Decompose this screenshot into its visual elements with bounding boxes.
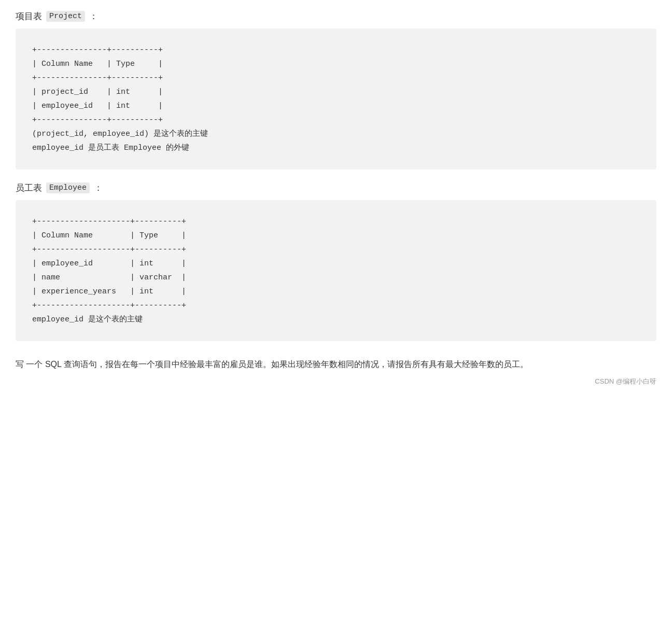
project-section: 项目表 Project ： +---------------+---------… bbox=[16, 10, 656, 170]
employee-colon: ： bbox=[94, 182, 103, 194]
employee-section: 员工表 Employee ： +--------------------+---… bbox=[16, 182, 656, 341]
employee-section-label: 员工表 Employee ： bbox=[16, 182, 656, 194]
project-colon: ： bbox=[89, 10, 98, 22]
employee-code-tag: Employee bbox=[46, 182, 90, 193]
question-section: 写 一个 SQL 查询语句，报告在每一个项目中经验最丰富的雇员是谁。如果出现经验… bbox=[16, 357, 656, 388]
project-section-label: 项目表 Project ： bbox=[16, 10, 656, 22]
project-code-tag: Project bbox=[46, 11, 85, 22]
employee-table-block: +--------------------+----------+ | Colu… bbox=[16, 200, 656, 341]
employee-label-text: 员工表 bbox=[16, 182, 42, 194]
project-table-block: +---------------+----------+ | Column Na… bbox=[16, 29, 656, 170]
project-label-text: 项目表 bbox=[16, 10, 42, 22]
question-text: 写 一个 SQL 查询语句，报告在每一个项目中经验最丰富的雇员是谁。如果出现经验… bbox=[16, 357, 656, 372]
footer-brand: CSDN @编程小白呀 bbox=[16, 375, 656, 388]
